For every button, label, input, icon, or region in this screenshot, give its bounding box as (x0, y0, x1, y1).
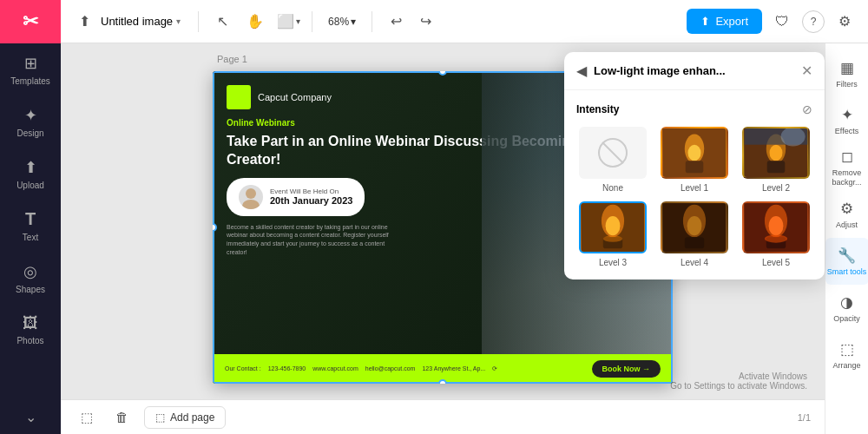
intensity-label: Intensity (576, 103, 619, 115)
zoom-chevron: ▾ (351, 16, 356, 28)
zoom-value: 68% (328, 16, 349, 28)
level-5[interactable]: Level 5 (740, 201, 812, 267)
right-panel-arrange[interactable]: ⬚ Arrange (825, 332, 869, 378)
level5-thumb (742, 201, 810, 253)
export-label: Export (715, 15, 748, 28)
sidebar-item-templates[interactable]: ⊞ Templates (0, 43, 61, 95)
contact-addr: 123 Anywhere St., Ap... (422, 365, 485, 372)
panel-back-button[interactable]: ◀ (576, 62, 587, 79)
watermark-line1: Activate Windows (670, 372, 807, 381)
sidebar-label-photos: Photos (16, 336, 43, 345)
bottom-copy-btn[interactable]: ⬚ (75, 405, 99, 430)
right-panel-remove-bg[interactable]: ◻ Remove backgr... (825, 144, 869, 191)
level-3[interactable]: Level 3 (576, 201, 649, 267)
level-4[interactable]: Level 4 (658, 201, 731, 267)
watermark-line2: Go to Settings to activate Windows. (670, 381, 807, 391)
smart-tools-label: Smart tools (827, 267, 867, 277)
refresh-icon[interactable]: ⟳ (492, 365, 497, 372)
export-icon: ⬆ (700, 15, 710, 28)
topbar-divider-1 (198, 11, 199, 32)
svg-point-0 (246, 188, 256, 199)
arrange-label: Arrange (832, 361, 860, 371)
svg-point-18 (603, 235, 622, 241)
level3-thumb (579, 201, 647, 253)
design-icon: ✦ (24, 106, 37, 125)
level-2[interactable]: Level 2 (740, 127, 812, 193)
level4-thumb (661, 201, 728, 253)
sidebar-item-photos[interactable]: 🖼 Photos (0, 304, 61, 356)
topbar-divider-3 (372, 11, 372, 32)
sidebar-label-design: Design (16, 128, 43, 138)
add-page-icon: ⬚ (155, 411, 165, 424)
green-square (227, 85, 251, 109)
level-1[interactable]: Level 1 (658, 127, 731, 193)
undo-redo-area: ↩ ↪ (383, 9, 438, 35)
save-icon[interactable]: ⬆ (71, 9, 97, 35)
level5-label: Level 5 (762, 258, 790, 267)
topbar: ⬆ Untitled image ▾ ↖ ✋ ⬜ ▾ 68% ▾ ↩ ↪ ⬆ E… (61, 0, 868, 43)
hand-tool[interactable]: ✋ (242, 9, 268, 35)
zoom-control[interactable]: 68% ▾ (323, 12, 361, 31)
effects-panel-icon: ✦ (841, 106, 853, 124)
remove-bg-label: Remove backgr... (825, 168, 869, 187)
redo-btn[interactable]: ↪ (412, 9, 438, 35)
adjust-label: Adjust (836, 220, 858, 230)
panel-header: ◀ Low-light image enhan... ✕ (564, 52, 825, 90)
logo-area[interactable]: ✂ (0, 0, 61, 43)
help-btn[interactable]: ? (802, 10, 825, 33)
sidebar-item-upload[interactable]: ⬆ Upload (0, 148, 61, 200)
right-panel-adjust[interactable]: ⚙ Adjust (825, 191, 869, 238)
templates-icon: ⊞ (24, 54, 37, 73)
effects-panel-label: Effects (835, 127, 858, 136)
level-none[interactable]: None (576, 127, 649, 193)
frame-tool[interactable]: ⬜ ▾ (275, 9, 301, 35)
page-label: Page 1 (217, 54, 247, 64)
opacity-label: Opacity (833, 314, 860, 324)
panel-close-button[interactable]: ✕ (801, 62, 812, 79)
text-icon: T (25, 209, 36, 229)
svg-line-3 (602, 142, 623, 163)
filters-panel-label: Filters (836, 80, 858, 89)
contact-info: Our Contact : 123-456-7890 www.capcut.co… (225, 365, 497, 372)
level1-label: Level 1 (681, 183, 708, 193)
bottom-delete-btn[interactable]: 🗑 (109, 405, 134, 430)
select-tool[interactable]: ↖ (209, 9, 235, 35)
svg-rect-11 (767, 161, 786, 173)
export-button[interactable]: ⬆ Export (687, 9, 762, 34)
svg-point-6 (688, 145, 701, 161)
intensity-header: Intensity ⊘ (576, 102, 812, 116)
sidebar-item-design[interactable]: ✦ Design (0, 95, 61, 148)
right-panel-filters[interactable]: ▦ Filters (825, 50, 869, 97)
arrange-icon: ⬚ (840, 340, 854, 358)
contact-email: hello@capcut.com (365, 365, 416, 372)
windows-watermark: Activate Windows Go to Settings to activ… (670, 372, 807, 391)
undo-btn[interactable]: ↩ (383, 9, 409, 35)
right-panel-opacity[interactable]: ◑ Opacity (825, 285, 869, 332)
right-panel-effects[interactable]: ✦ Effects (825, 97, 869, 144)
right-panel-smart-tools[interactable]: 🔧 Smart tools (825, 238, 869, 285)
svg-point-16 (606, 216, 621, 235)
filters-panel-icon: ▦ (840, 59, 854, 77)
sidebar-item-text[interactable]: T Text (0, 200, 61, 252)
contact-phone: 123-456-7890 (268, 365, 306, 372)
sidebar-item-shapes[interactable]: ◎ Shapes (0, 252, 61, 304)
book-now-button[interactable]: Book Now → (592, 360, 661, 378)
level1-thumb (661, 127, 728, 179)
level4-label: Level 4 (681, 258, 708, 267)
add-page-label: Add page (170, 411, 214, 424)
level-grid: None Level 1 (576, 127, 812, 267)
handle-bottom[interactable] (438, 379, 447, 384)
sidebar-collapse-btn[interactable]: ⌄ (25, 409, 36, 425)
contact-web: www.capcut.com (312, 365, 358, 372)
adjust-icon: ⚙ (840, 200, 853, 218)
document-title[interactable]: Untitled image (101, 15, 173, 28)
settings-btn[interactable]: ⚙ (832, 9, 858, 35)
intensity-reset-btn[interactable]: ⊘ (802, 102, 812, 116)
topbar-divider-2 (312, 11, 312, 32)
level2-thumb (742, 127, 810, 179)
title-chevron[interactable]: ▾ (176, 16, 181, 26)
svg-point-1 (242, 200, 260, 209)
upload-icon: ⬆ (24, 158, 37, 177)
shield-btn[interactable]: 🛡 (769, 9, 795, 35)
add-page-button[interactable]: ⬚ Add page (144, 406, 226, 429)
